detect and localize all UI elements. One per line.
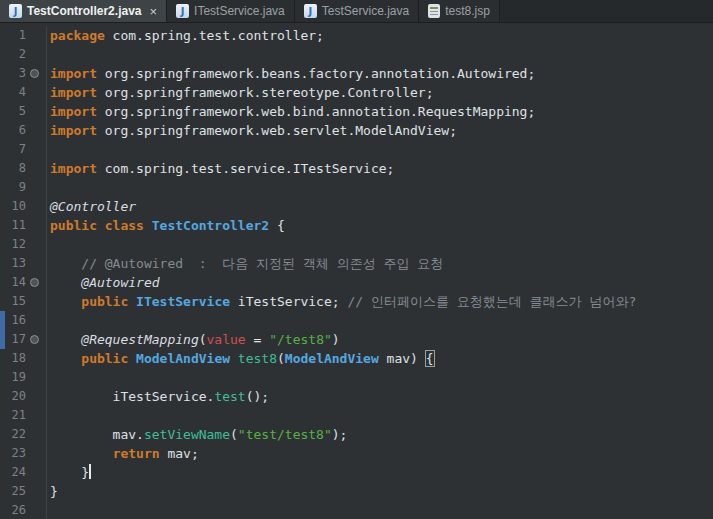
code-text[interactable]: @RequestMapping(value = "/test8") <box>47 330 340 349</box>
code-text[interactable] <box>47 311 50 330</box>
code-text[interactable]: @Controller <box>47 197 136 216</box>
gutter: 15 <box>0 292 47 311</box>
code-line: 1package com.spring.test.controller; <box>0 26 713 45</box>
code-token: value <box>207 332 246 347</box>
marker-slot <box>30 50 39 59</box>
code-line: 10@Controller <box>0 197 713 216</box>
code-text[interactable]: iTestService.test(); <box>47 387 269 406</box>
code-text[interactable]: import org.springframework.web.servlet.M… <box>47 121 457 140</box>
code-token: // 인터페이스를 요청했는데 클래스가 넘어와? <box>347 294 636 309</box>
code-token: mav. <box>50 427 144 442</box>
code-token: public <box>81 351 136 366</box>
line-number: 6 <box>0 121 26 140</box>
code-token: com.spring.test.service.ITestService; <box>97 161 394 176</box>
gutter: 13 <box>0 254 47 273</box>
code-text[interactable]: public class TestController2 { <box>47 216 285 235</box>
line-number: 9 <box>0 178 26 197</box>
code-text[interactable] <box>47 45 50 64</box>
code-text[interactable]: package com.spring.test.controller; <box>47 26 324 45</box>
line-number: 13 <box>0 254 26 273</box>
code-text[interactable]: return mav; <box>47 444 199 463</box>
code-token: test <box>214 389 245 404</box>
code-text[interactable]: @Autowired <box>47 273 160 292</box>
gutter: 14 <box>0 273 47 292</box>
code-token: @RequestMapping <box>81 332 198 347</box>
code-text[interactable] <box>47 368 50 387</box>
gutter: 7 <box>0 140 47 159</box>
line-number: 23 <box>0 444 26 463</box>
code-text[interactable]: public ModelAndView test8(ModelAndView m… <box>47 349 434 368</box>
tab-label: test8.jsp <box>445 4 490 18</box>
tab-label: TestService.java <box>322 4 409 18</box>
code-text[interactable]: import org.springframework.beans.factory… <box>47 64 535 83</box>
code-text[interactable]: import org.springframework.web.bind.anno… <box>47 102 535 121</box>
gutter-marker-icon[interactable] <box>30 69 39 78</box>
gutter: 19 <box>0 368 47 387</box>
code-token: com.spring.test.controller; <box>105 28 324 43</box>
code-token: import <box>50 85 97 100</box>
code-token: ModelAndView <box>285 351 379 366</box>
code-line: 3import org.springframework.beans.factor… <box>0 64 713 83</box>
tab-testcontroller2[interactable]: JTestController2.java× <box>0 0 167 22</box>
gutter: 6 <box>0 121 47 140</box>
marker-slot <box>30 107 39 116</box>
gutter-marker-icon[interactable] <box>30 335 39 344</box>
marker-slot <box>30 430 39 439</box>
code-editor[interactable]: 1package com.spring.test.controller;23im… <box>0 23 713 519</box>
gutter: 22 <box>0 425 47 444</box>
marker-slot <box>30 240 39 249</box>
change-indicator <box>0 330 5 349</box>
code-text[interactable] <box>47 406 50 425</box>
code-line: 22 mav.setViewName("test/test8"); <box>0 425 713 444</box>
marker-slot <box>30 354 39 363</box>
code-text[interactable] <box>47 140 50 159</box>
marker-slot <box>30 487 39 496</box>
gutter: 25 <box>0 482 47 501</box>
code-text[interactable]: import org.springframework.stereotype.Co… <box>47 83 434 102</box>
marker-slot <box>30 183 39 192</box>
gutter: 9 <box>0 178 47 197</box>
gutter-marker-icon[interactable] <box>30 278 39 287</box>
code-text[interactable]: } <box>47 482 58 501</box>
java-file-icon: J <box>176 4 189 18</box>
code-line: 18 public ModelAndView test8(ModelAndVie… <box>0 349 713 368</box>
code-token: ) <box>332 332 340 347</box>
line-number: 19 <box>0 368 26 387</box>
code-text[interactable] <box>47 235 50 254</box>
code-text[interactable]: mav.setViewName("test/test8"); <box>47 425 347 444</box>
code-text[interactable] <box>47 501 50 519</box>
code-token: } <box>50 484 58 499</box>
code-token: org.springframework.stereotype.Controlle… <box>97 85 434 100</box>
code-line: 13 // @Autowired : 다음 지정된 객체 의존성 주입 요청 <box>0 254 713 273</box>
tab-test8jsp[interactable]: test8.jsp <box>419 0 500 22</box>
code-text[interactable]: public ITestService iTestService; // 인터페… <box>47 292 636 311</box>
gutter: 1 <box>0 26 47 45</box>
code-line: 6import org.springframework.web.servlet.… <box>0 121 713 140</box>
marker-slot <box>30 392 39 401</box>
tab-itestservice[interactable]: JITestService.java <box>167 0 295 22</box>
code-text[interactable]: // @Autowired : 다음 지정된 객체 의존성 주입 요청 <box>47 254 443 273</box>
line-number: 20 <box>0 387 26 406</box>
code-token: { <box>269 218 285 233</box>
code-text[interactable]: } <box>47 463 91 482</box>
tab-label: ITestService.java <box>194 4 285 18</box>
code-token: ( <box>277 351 285 366</box>
code-text[interactable]: import com.spring.test.service.ITestServ… <box>47 159 394 178</box>
gutter: 18 <box>0 349 47 368</box>
code-text[interactable] <box>47 178 50 197</box>
gutter: 26 <box>0 501 47 519</box>
gutter: 23 <box>0 444 47 463</box>
tab-testservice[interactable]: JTestService.java <box>295 0 419 22</box>
code-token <box>50 256 81 271</box>
code-token <box>50 294 81 309</box>
close-icon[interactable]: × <box>149 4 157 19</box>
code-token: ); <box>332 427 348 442</box>
marker-slot <box>30 202 39 211</box>
line-number: 10 <box>0 197 26 216</box>
code-line: 19 <box>0 368 713 387</box>
code-token: test8 <box>230 351 277 366</box>
gutter: 16 <box>0 311 47 330</box>
code-token: "/test8" <box>269 332 332 347</box>
code-line: 20 iTestService.test(); <box>0 387 713 406</box>
change-indicator <box>0 311 5 330</box>
